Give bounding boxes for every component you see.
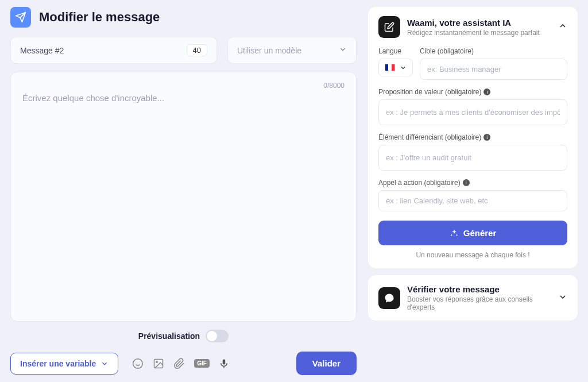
insert-variable-button[interactable]: Insérer une variable [10, 353, 118, 375]
target-input[interactable] [420, 59, 567, 80]
svg-point-2 [133, 358, 143, 368]
cta-label: Appel à action (obligatoire) i [378, 179, 567, 187]
sparkle-icon [450, 229, 459, 238]
message-label: Message #2 [20, 46, 64, 55]
edit-icon [378, 16, 400, 38]
validate-button[interactable]: Valider [296, 352, 357, 375]
assistant-subtitle: Rédigez instantanément le message parfai… [407, 29, 551, 37]
verify-subtitle: Booster vos réponses grâce aux conseils … [407, 295, 551, 311]
value-prop-input[interactable] [378, 99, 567, 125]
chevron-down-icon [339, 45, 347, 56]
assistant-title: Waami, votre assistant IA [407, 18, 551, 28]
message-count-badge: 40 [187, 44, 207, 56]
chevron-up-icon[interactable] [558, 21, 567, 33]
svg-point-6 [156, 361, 158, 362]
message-editor[interactable]: 0/8000 Écrivez quelque chose d'incroyabl… [10, 72, 357, 322]
preview-toggle[interactable] [206, 330, 229, 342]
template-select[interactable]: Utiliser un modèle [227, 37, 357, 64]
cta-input[interactable] [378, 190, 567, 211]
language-select[interactable] [378, 59, 413, 76]
template-placeholder: Utiliser un modèle [237, 46, 301, 55]
generate-label: Générer [463, 228, 497, 238]
page-header: Modifier le message [10, 7, 357, 28]
gif-icon[interactable]: GIF [194, 359, 210, 368]
verify-title: Vérifier votre message [407, 284, 551, 294]
generate-button[interactable]: Générer [378, 221, 567, 245]
preview-label: Prévisualisation [138, 331, 200, 341]
chat-icon [378, 287, 400, 309]
value-prop-label: Proposition de valeur (obligatoire) i [378, 88, 567, 96]
info-icon: i [463, 179, 470, 186]
flag-fr-icon [385, 64, 395, 71]
generate-note: Un nouveau message à chaque fois ! [378, 251, 567, 259]
diff-input[interactable] [378, 145, 567, 171]
emoji-icon[interactable] [132, 358, 144, 369]
assistant-card: Waami, votre assistant IA Rédigez instan… [368, 7, 578, 268]
diff-label: Élément différenciant (obligatoire) i [378, 133, 567, 141]
message-number-box: Message #2 40 [10, 37, 217, 64]
attachment-icon[interactable] [173, 358, 185, 369]
chevron-down-icon [100, 360, 109, 368]
lang-label: Langue [378, 47, 413, 55]
info-icon: i [483, 88, 490, 95]
chevron-down-icon [400, 64, 407, 71]
editor-placeholder: Écrivez quelque chose d'incroyable... [22, 93, 345, 103]
image-icon[interactable] [153, 358, 164, 369]
insert-variable-label: Insérer une variable [20, 359, 96, 368]
microphone-icon[interactable] [219, 358, 229, 369]
chevron-down-icon [558, 292, 567, 304]
info-icon: i [483, 134, 490, 141]
target-label: Cible (obligatoire) [420, 47, 567, 55]
verify-card[interactable]: Vérifier votre message Booster vos répon… [368, 275, 578, 321]
char-counter: 0/8000 [323, 82, 345, 90]
send-icon [10, 7, 31, 28]
page-title: Modifier le message [39, 10, 160, 25]
